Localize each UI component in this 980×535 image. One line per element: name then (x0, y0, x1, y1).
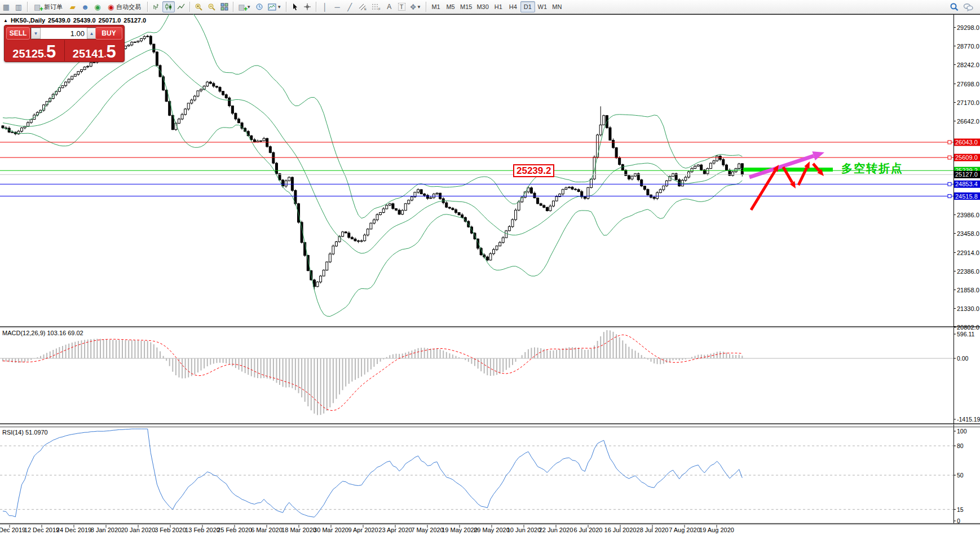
data-window-icon[interactable]: ▥ (12, 1, 25, 12)
expand-triangle-icon[interactable]: ▲ (3, 18, 8, 23)
level-marker[interactable] (948, 141, 951, 144)
candle (131, 41, 133, 46)
rsi-value: 51.0970 (25, 429, 48, 436)
candle (81, 69, 83, 73)
autotrading-button[interactable]: ◉ 自动交易 (104, 1, 145, 12)
level-marker[interactable] (948, 156, 951, 159)
date-label[interactable]: 6 Jul 2020 (574, 527, 603, 533)
candle (90, 62, 92, 67)
date-label[interactable]: 10 Jun 2020 (507, 527, 541, 533)
date-label[interactable]: 19 Aug 2020 (699, 527, 734, 533)
level-marker[interactable] (948, 182, 951, 186)
signal-glyph: ◉ (94, 3, 100, 11)
date-label[interactable]: 2 Dec 2019 (0, 527, 25, 533)
zoom-in-icon[interactable] (192, 1, 205, 12)
candlestick-chart-icon[interactable] (162, 1, 175, 12)
date-label[interactable]: 30 Mar 2020 (314, 527, 348, 533)
new-order-button[interactable]: ▤+ 新订单 (30, 1, 67, 12)
candle (389, 203, 391, 206)
experts-icon[interactable]: ☻ (79, 1, 91, 12)
macd-signal-line (3, 335, 742, 410)
rsi-axis-label: 50 (957, 472, 964, 479)
timeframe-M30[interactable]: M30 (474, 1, 491, 12)
text-tool[interactable]: A (383, 1, 395, 12)
buy-button[interactable]: BUY (95, 27, 122, 40)
volume-input[interactable] (41, 29, 87, 38)
y-axis-label: 23458.0 (957, 230, 979, 237)
candle (364, 234, 366, 242)
bar-chart-icon[interactable] (150, 1, 162, 12)
timeframe-H4[interactable]: H4 (506, 1, 520, 12)
chart-canvas[interactable]: 26043.025609.025239.225127.024853.424515… (0, 0, 980, 535)
timeframe-M5[interactable]: M5 (443, 1, 458, 12)
volume-decrease-button[interactable]: ▼ (31, 28, 41, 39)
price-badge-label: 26043.0 (955, 139, 978, 146)
date-label[interactable]: 16 Jul 2020 (604, 527, 637, 533)
date-label[interactable]: 23 Apr 2020 (378, 527, 412, 533)
new-chart-icon: ▤+ (238, 3, 246, 11)
sell-price[interactable]: 25125 . 5 (5, 40, 65, 61)
trendline-tool[interactable]: ╱ (343, 1, 356, 12)
annotation-note[interactable]: 多空转折点 (841, 161, 903, 176)
templates-button[interactable]: ▼ (266, 1, 284, 12)
date-label[interactable]: 7 Aug 2020 (669, 527, 700, 533)
level-marker[interactable] (948, 195, 951, 198)
date-label[interactable]: 29 May 2020 (474, 527, 510, 533)
date-label[interactable]: 18 Mar 2020 (281, 527, 316, 533)
vertical-line-tool[interactable]: │ (319, 1, 331, 12)
line-chart-icon[interactable] (175, 1, 187, 12)
date-label[interactable]: 8 Jan 2020 (91, 527, 121, 533)
date-label[interactable]: 12 Dec 2019 (24, 527, 59, 533)
period-cycle-icon[interactable] (253, 1, 266, 12)
horizontal-line-tool[interactable]: ─ (331, 1, 343, 12)
signals-icon[interactable]: ◉ (91, 1, 104, 12)
sell-button[interactable]: SELL (6, 27, 30, 40)
timeframe-W1[interactable]: W1 (535, 1, 550, 12)
date-label[interactable]: 25 Feb 2020 (217, 527, 252, 533)
tile-windows-icon[interactable] (218, 1, 231, 12)
hline-glyph: ─ (335, 3, 340, 11)
candle (263, 137, 265, 142)
fibonacci-tool[interactable]: F (369, 1, 383, 12)
candle (631, 176, 633, 181)
date-label[interactable]: 28 Jul 2020 (637, 527, 669, 533)
timeframe-M1[interactable]: M1 (429, 1, 443, 12)
date-label[interactable]: 13 Feb 2020 (185, 527, 220, 533)
zoom-out-icon[interactable] (205, 1, 218, 12)
candle (288, 177, 290, 182)
candle (637, 173, 639, 182)
candle (663, 186, 665, 191)
buy-price[interactable]: 25141 . 5 (65, 40, 125, 61)
text-label-tool[interactable]: T (395, 1, 408, 12)
candle (559, 193, 561, 197)
equidistant-channel-tool[interactable]: E (356, 1, 369, 12)
arrows-tool[interactable]: ✥▼ (408, 1, 423, 12)
trend-arrow-magenta-head[interactable] (812, 151, 824, 160)
timeframe-MN[interactable]: MN (550, 1, 564, 12)
timeframe-H1[interactable]: H1 (491, 1, 506, 12)
timeframe-M15[interactable]: M15 (458, 1, 474, 12)
date-label[interactable]: 7 May 2020 (411, 527, 443, 533)
date-label[interactable]: 20 Jan 2020 (121, 527, 156, 533)
buy-price-main: 25141 (73, 48, 104, 59)
person-glyph: ☻ (81, 3, 89, 11)
date-label[interactable]: 22 Jun 2020 (539, 527, 573, 533)
chart-window-icon[interactable]: ▦ (0, 1, 12, 12)
timeframe-D1[interactable]: D1 (520, 1, 535, 12)
date-label[interactable]: 3 Feb 2020 (154, 527, 186, 533)
price-badge-label: 24515.8 (955, 193, 978, 200)
search-icon[interactable] (947, 1, 961, 12)
cursor-tool[interactable] (289, 1, 301, 12)
gold-icon[interactable]: ▰ (67, 1, 79, 12)
date-label[interactable]: 6 Mar 2020 (251, 527, 282, 533)
date-label[interactable]: 19 May 2020 (442, 527, 478, 533)
crosshair-tool[interactable] (301, 1, 314, 12)
y-axis-label: 28242.0 (957, 62, 979, 68)
candle (354, 238, 356, 242)
price-flag-25239[interactable]: 25239.2 (513, 164, 554, 177)
chat-icon[interactable] (961, 1, 975, 12)
date-label[interactable]: 9 Apr 2020 (348, 527, 378, 533)
date-label[interactable]: 24 Dec 2019 (56, 527, 91, 533)
new-chart-button[interactable]: ▤+▼ (236, 1, 253, 12)
price-badge-label: 25127.0 (955, 171, 978, 178)
